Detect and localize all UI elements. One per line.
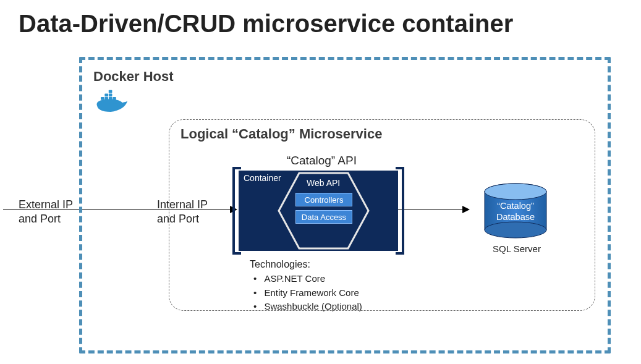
page-title: Data-Driven/CRUD microservice container [0, 0, 641, 38]
svg-rect-2 [104, 97, 108, 100]
database-name-line2: Database [496, 212, 535, 222]
technologies-list: ASP.NET Core Entity Framework Core Swash… [250, 272, 362, 314]
database-caption: SQL Server [486, 243, 548, 254]
svg-point-12 [485, 184, 546, 200]
container-bracket-right [396, 167, 404, 255]
list-item: ASP.NET Core [253, 272, 362, 286]
webapi-hexagon: Web API Controllers Data Access [276, 169, 371, 252]
svg-rect-5 [104, 93, 108, 96]
docker-host-box: Docker Host Logical “Catalog” Microservi… [79, 57, 611, 353]
container-box: Container Web API Controllers Data Acces… [239, 171, 398, 251]
svg-rect-6 [109, 93, 112, 96]
docker-icon [96, 87, 130, 112]
technologies-title: Technologies: [250, 257, 362, 272]
container-bracket-left [232, 167, 241, 255]
svg-point-11 [485, 222, 546, 238]
database-name-line1: “Catalog” [497, 201, 534, 211]
logical-microservice-box: Logical “Catalog” Microservice “Catalog”… [169, 119, 595, 311]
technologies-block: Technologies: ASP.NET Core Entity Framew… [250, 257, 362, 314]
list-item: Entity Framework Core [253, 286, 362, 300]
docker-host-label: Docker Host [93, 69, 174, 85]
list-item: Swashbuckle (Optional) [253, 300, 362, 314]
webapi-label: Web API [307, 178, 340, 188]
logical-microservice-label: Logical “Catalog” Microservice [180, 126, 382, 142]
svg-rect-3 [109, 97, 112, 100]
svg-rect-4 [112, 97, 116, 100]
svg-rect-1 [101, 97, 104, 100]
catalog-api-label: “Catalog” API [287, 154, 357, 167]
controllers-box: Controllers [295, 193, 352, 206]
external-ip-label: External IP and Port [19, 198, 73, 226]
external-ip-line2: and Port [19, 213, 61, 225]
database-label: “Catalog” Database [482, 200, 549, 222]
database-cylinder: “Catalog” Database [482, 183, 549, 240]
svg-rect-7 [109, 90, 112, 93]
data-access-box: Data Access [295, 210, 352, 224]
